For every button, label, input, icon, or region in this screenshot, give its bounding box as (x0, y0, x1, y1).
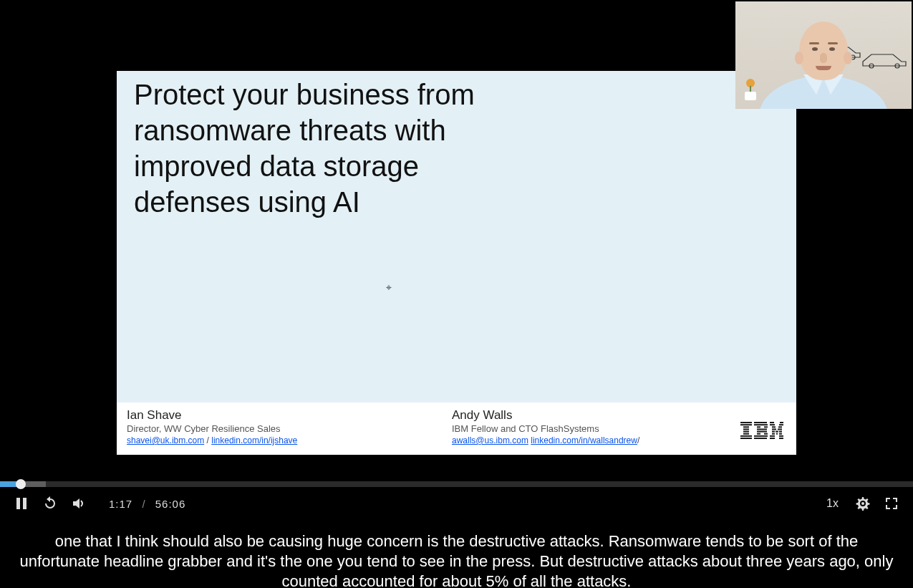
playback-speed-button[interactable]: 1x (826, 497, 839, 510)
svg-rect-20 (770, 424, 775, 425)
presenter-2-linkedin-link[interactable]: linkedin.com/in/wallsandrew (531, 435, 637, 445)
replay-button[interactable] (40, 493, 60, 514)
control-row: 1:17 / 56:06 1x (0, 487, 913, 520)
svg-rect-31 (779, 433, 782, 435)
link-separator: / (204, 435, 211, 445)
linkedin-suffix: / (637, 435, 639, 445)
svg-rect-4 (743, 431, 749, 433)
presenter-1-links: shavei@uk.ibm.com / linkedin.com/in/ijsh… (127, 435, 452, 445)
svg-rect-13 (757, 431, 767, 433)
slide-footer: Ian Shave Director, WW Cyber Resilience … (117, 403, 796, 455)
svg-rect-2 (743, 426, 749, 428)
svg-rect-28 (779, 431, 782, 433)
svg-rect-27 (776, 431, 778, 433)
svg-rect-34 (770, 438, 775, 439)
svg-rect-40 (16, 498, 20, 509)
svg-rect-9 (754, 424, 768, 425)
svg-rect-17 (754, 438, 767, 439)
svg-rect-30 (776, 433, 778, 435)
player-controls: 1:17 / 56:06 1x (0, 481, 913, 520)
svg-rect-33 (779, 435, 783, 437)
presenter-1-name: Ian Shave (127, 408, 452, 423)
svg-rect-11 (764, 426, 768, 428)
caption-text: one that I think should also be causing … (20, 532, 894, 588)
presenter-1-title: Director, WW Cyber Resilience Sales (127, 423, 452, 434)
svg-rect-1 (740, 424, 752, 425)
presenter-2-name: Andy Walls (452, 408, 738, 423)
presenter-2-title: IBM Fellow and CTO FlashSystems (452, 423, 738, 434)
volume-button[interactable] (69, 493, 89, 514)
svg-rect-41 (23, 498, 26, 509)
pause-button[interactable] (11, 493, 32, 514)
svg-rect-14 (757, 433, 760, 435)
cursor-icon: ⌖ (386, 281, 392, 294)
progress-bar[interactable] (0, 481, 913, 487)
presentation-slide: Protect your business from ransomware th… (117, 71, 796, 455)
presenter-1: Ian Shave Director, WW Cyber Resilience … (127, 408, 452, 450)
svg-rect-7 (740, 438, 752, 439)
svg-rect-19 (780, 422, 783, 423)
captions-area: one that I think should also be causing … (0, 520, 913, 588)
current-time: 1:17 (109, 498, 132, 510)
svg-rect-32 (770, 435, 775, 437)
presenter-1-linkedin-link[interactable]: linkedin.com/in/ijshave (211, 435, 297, 445)
svg-rect-22 (772, 426, 776, 428)
svg-rect-8 (754, 422, 767, 423)
svg-rect-12 (757, 428, 767, 430)
svg-rect-5 (743, 433, 749, 435)
svg-rect-21 (779, 424, 783, 425)
presenter-1-email-link[interactable]: shavei@uk.ibm.com (127, 435, 204, 445)
svg-rect-16 (754, 435, 768, 437)
presenter-figure (759, 16, 888, 109)
svg-rect-0 (740, 422, 752, 423)
presenter-2-email-link[interactable]: awalls@us.ibm.com (452, 435, 528, 445)
svg-rect-10 (757, 426, 760, 428)
presenter-2: Andy Walls IBM Fellow and CTO FlashSyste… (452, 408, 738, 450)
settings-button[interactable] (853, 493, 873, 514)
video-viewport[interactable]: Protect your business from ransomware th… (0, 0, 913, 481)
svg-rect-35 (779, 438, 783, 439)
time-separator: / (142, 498, 145, 510)
slide-title: Protect your business from ransomware th… (134, 77, 506, 220)
svg-rect-15 (764, 433, 768, 435)
svg-rect-26 (772, 431, 775, 433)
ibm-logo (740, 422, 783, 442)
progress-thumb[interactable] (16, 479, 26, 489)
svg-rect-24 (772, 428, 776, 430)
svg-rect-23 (778, 426, 782, 428)
video-player: Protect your business from ransomware th… (0, 0, 913, 588)
time-display: 1:17 / 56:06 (109, 498, 185, 510)
presenter-2-links: awalls@us.ibm.com linkedin.com/in/wallsa… (452, 435, 738, 445)
presenter-webcam (735, 1, 912, 109)
svg-rect-25 (778, 428, 782, 430)
svg-rect-29 (772, 433, 775, 435)
plant-decoration (743, 79, 758, 100)
svg-rect-6 (740, 435, 752, 437)
duration: 56:06 (155, 498, 186, 510)
svg-rect-18 (770, 422, 774, 423)
fullscreen-button[interactable] (881, 493, 902, 514)
svg-rect-3 (743, 428, 749, 430)
